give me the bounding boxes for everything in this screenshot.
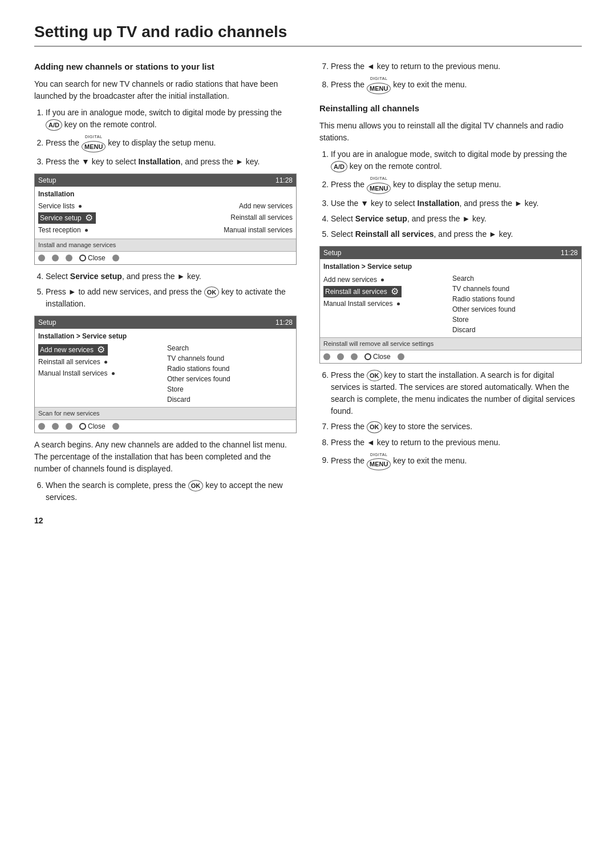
screen-time-3: 11:28 <box>561 248 578 258</box>
screen-header-1: Setup 11:28 <box>35 174 296 187</box>
screen-title-3: Setup <box>323 248 341 258</box>
screen-right-menu-3: Search TV channels found Radio stations … <box>449 273 578 335</box>
ctrl-label: Close <box>88 253 106 263</box>
digital-label: DIGITAL <box>82 134 106 140</box>
screen-cell: Store <box>167 384 293 394</box>
ctrl-btn <box>66 255 72 261</box>
list-item: Press the ▼ key to select Installation, … <box>46 156 297 168</box>
screen-cell: Add new services <box>239 201 293 211</box>
ok-key-badge2: OK <box>188 480 204 492</box>
screen-row: Manual Install services <box>323 299 449 309</box>
digital-label2: DIGITAL <box>367 76 391 82</box>
list-item: Select Service setup, and press the ► ke… <box>46 271 297 283</box>
list-item: If you are in analogue mode, switch to d… <box>331 148 582 173</box>
screen-cell: Discard <box>167 394 293 405</box>
screen-cell-highlight: Reinstall all services ⚙ <box>323 286 402 297</box>
screen-breadcrumb-1: Installation <box>38 189 293 199</box>
screen-body-1: Installation Service lists Add new servi… <box>35 187 296 239</box>
section2-intro: This menu allows you to reinstall all th… <box>319 120 582 144</box>
screen-cell-highlight: Add new services ⚙ <box>38 344 108 356</box>
screen-cell: Reinstall all services <box>230 212 293 224</box>
digital-label3: DIGITAL <box>367 176 391 182</box>
ctrl-btn-outline <box>79 423 86 430</box>
screen-controls-1: Close <box>35 251 296 264</box>
steps-list-part3: When the search is complete, press the O… <box>46 479 297 504</box>
screen-cell: Other services found <box>452 304 578 314</box>
screen-row: Service lists Add new services <box>38 201 293 211</box>
screen-header-3: Setup 11:28 <box>320 247 581 259</box>
steps-after-screen: Press the OK key to start the installati… <box>331 369 582 470</box>
steps-reinstall: If you are in analogue mode, switch to d… <box>331 148 582 241</box>
screen-row: Manual Install services <box>38 368 164 378</box>
list-item: If you are in analogue mode, switch to d… <box>46 107 297 131</box>
section1-intro: You can search for new TV channels or ra… <box>34 78 297 102</box>
screen-footer-1: Install and manage services <box>35 239 296 251</box>
after-screen-text: A search begins. Any new channels are ad… <box>34 439 297 475</box>
ctrl-btn <box>38 255 45 261</box>
ctrl-close: Close <box>364 352 391 362</box>
list-item: Press the DIGITAL MENU key to display th… <box>46 134 297 152</box>
menu-key-badge3: MENU <box>367 183 391 195</box>
screen-cell: Store <box>452 314 578 325</box>
screen-row: Add new services <box>323 275 449 285</box>
ctrl-btn <box>38 423 45 430</box>
list-item: When the search is complete, press the O… <box>46 479 297 504</box>
steps-list-part2: Select Service setup, and press the ► ke… <box>46 271 297 310</box>
ctrl-btn <box>323 353 330 360</box>
page-title: Setting up TV and radio channels <box>34 23 582 47</box>
screen-footer-2: Scan for new services <box>35 407 296 420</box>
screen-breadcrumb-2: Installation > Service setup <box>38 331 293 341</box>
ctrl-btn <box>351 353 358 360</box>
screen-cell: Test reception <box>38 225 90 235</box>
ctrl-close: Close <box>79 253 106 263</box>
ad-key-badge: A/D <box>46 119 62 131</box>
screen-controls-3: Close <box>320 350 581 363</box>
ctrl-btn <box>52 255 59 261</box>
page-number: 12 <box>34 515 297 527</box>
screen-content-2: Add new services ⚙ Reinstall all service… <box>38 343 293 405</box>
screen-title-1: Setup <box>38 175 56 185</box>
screen-cell: TV channels found <box>452 284 578 294</box>
screen-cell: Radio stations found <box>167 364 293 374</box>
screen-row: Test reception Manual install services <box>38 225 293 235</box>
list-item: Press the ◄ key to return to the previou… <box>331 437 582 449</box>
screen-cell: Other services found <box>167 374 293 384</box>
list-item: Press the DIGITAL MENU key to exit the m… <box>331 452 582 470</box>
list-item: Press the ◄ key to return to the previou… <box>331 61 582 72</box>
left-column: Adding new channels or stations to your … <box>34 61 297 527</box>
list-item: Press the DIGITAL MENU key to display th… <box>331 176 582 194</box>
digital-label4: DIGITAL <box>367 452 391 458</box>
screen-row: Service setup ⚙ Reinstall all services <box>38 212 293 224</box>
screen-cell: Manual install services <box>224 225 293 235</box>
list-item: Press ► to add new services, and press t… <box>46 286 297 310</box>
ctrl-btn <box>398 353 404 360</box>
screen-title-2: Setup <box>38 317 56 328</box>
screen-row: Add new services ⚙ <box>38 344 164 356</box>
ok-key-badge4: OK <box>367 421 382 433</box>
right-column: Press the ◄ key to return to the previou… <box>319 61 582 527</box>
ctrl-btn <box>52 423 59 430</box>
screen-cell: Add new services <box>323 275 386 285</box>
list-item: Select Reinstall all services, and press… <box>331 228 582 240</box>
list-item: Press the OK key to start the installati… <box>331 369 582 418</box>
ctrl-btn <box>112 255 119 261</box>
screen-row: Reinstall all services ⚙ <box>323 286 449 297</box>
screen-right-menu: Search TV channels found Radio stations … <box>164 343 293 405</box>
list-item: Use the ▼ key to select Installation, an… <box>331 197 582 209</box>
screen-body-3: Installation > Service setup Add new ser… <box>320 259 581 337</box>
ctrl-label: Close <box>88 421 106 431</box>
screen-cell: Search <box>452 273 578 284</box>
screen-left-menu-3: Add new services Reinstall all services … <box>323 273 449 335</box>
section1-title: Adding new channels or stations to your … <box>34 61 297 74</box>
screen-cell: Manual Install services <box>323 299 402 309</box>
screen-cell: TV channels found <box>167 353 293 364</box>
ok-key-badge: OK <box>204 287 220 299</box>
screen-setup-3: Setup 11:28 Installation > Service setup… <box>319 246 582 364</box>
screen-content-3: Add new services Reinstall all services … <box>323 273 578 335</box>
menu-key-badge: MENU <box>82 141 106 153</box>
ok-key-badge3: OK <box>367 370 382 382</box>
list-item: Select Service setup, and press the ► ke… <box>331 213 582 225</box>
ad-key-badge2: A/D <box>331 161 347 173</box>
ctrl-btn <box>66 423 72 430</box>
ctrl-label: Close <box>373 352 391 362</box>
